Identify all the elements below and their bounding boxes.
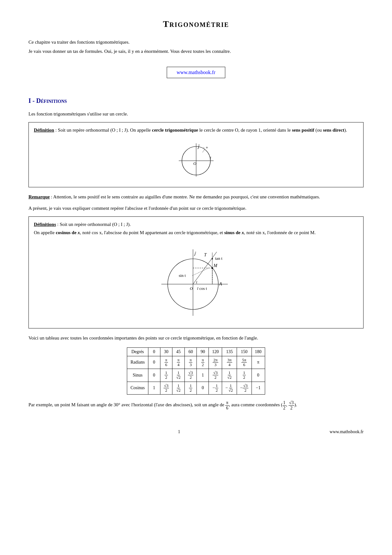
page-title: Trigonométrie	[28, 19, 364, 29]
cell-cos-45: 1√2	[172, 382, 185, 395]
svg-text:sin t: sin t	[179, 273, 186, 278]
definition-box-1: Définition : Soit un repère orthonormal …	[28, 122, 364, 187]
intro-line2: Je vais vous donner un tas de formules. …	[28, 48, 364, 55]
cell-sin-180: 0	[252, 369, 265, 382]
footer-page-number: 1	[28, 429, 330, 434]
example-text3: ).	[294, 402, 297, 408]
cell-cos-180: −1	[252, 382, 265, 395]
table-row-radians: Radians 0 π6 π4 π3 π2 2π3 3π4 5π6 π	[127, 356, 265, 369]
def2-sinus: sinus de	[224, 230, 240, 235]
cell-cos-120: −12	[209, 382, 222, 395]
intro-line1: Ce chapitre va traiter des fonctions tri…	[28, 39, 364, 46]
cell-sin-0: 0	[148, 369, 160, 382]
definition-box-2: Définitions : Soit un repère orthonormal…	[28, 216, 364, 328]
cell-rad-30: π6	[160, 356, 172, 369]
def2-line2-start: On appelle	[34, 230, 56, 235]
def2-end: , noté sin x, l'ordonnée de ce point M.	[244, 230, 315, 235]
remark-label: Remarque	[28, 194, 50, 199]
svg-text:j̄: j̄	[194, 251, 196, 256]
def2-x2: x	[240, 230, 244, 235]
cell-sin-45: 1√2	[172, 369, 185, 382]
section1-intro: Les fonction trigonométriques s'utilise …	[28, 110, 364, 118]
cell-deg-180: 180	[252, 347, 265, 356]
def2-text: : Soit un repère orthonormal (O ; I ; J)…	[56, 222, 131, 227]
trig-table-container: Degrés 0 30 45 60 90 120 135 150 180 Rad…	[28, 347, 364, 395]
svg-text:A: A	[219, 282, 222, 286]
cell-rad-0: 0	[148, 356, 160, 369]
col-sinus: Sinus	[127, 369, 148, 382]
def1-bold: cercle trigonométrique	[152, 128, 198, 133]
def1-bold3: sens direct	[323, 128, 345, 133]
circle-diagram-1: j̄ ī O +	[34, 140, 358, 181]
table-row-cosinus: Cosinus 1 √32 1√2 12 0 −12 −1√2 −√32 −1	[127, 382, 265, 395]
example-text1: Par exemple, un point M faisant un angle…	[28, 402, 225, 408]
cell-sin-120: √32	[209, 369, 222, 382]
cell-cos-150: −√32	[237, 382, 252, 395]
cell-rad-45: π4	[172, 356, 185, 369]
cell-deg-0: 0	[148, 347, 160, 356]
svg-text:T: T	[204, 253, 207, 257]
cell-sin-30: 12	[160, 369, 172, 382]
cell-deg-60: 60	[184, 347, 197, 356]
svg-text:ī: ī	[197, 286, 199, 291]
col-degrees: Degrés	[127, 347, 148, 356]
cell-deg-90: 90	[197, 347, 209, 356]
paragraph2: A présent, je vais vous expliquer commen…	[28, 204, 364, 212]
cell-deg-45: 45	[172, 347, 185, 356]
svg-text:tan t: tan t	[215, 256, 222, 261]
cell-deg-30: 30	[160, 347, 172, 356]
def1-text3: (ou	[314, 128, 323, 133]
example-text: Par exemple, un point M faisant un angle…	[28, 400, 364, 410]
example-pi6: π6	[225, 400, 229, 410]
svg-text:O: O	[190, 286, 193, 291]
page-footer: 1 www.mathsbook.fr	[28, 429, 364, 434]
table-row-sinus: Sinus 0 12 1√2 √32 1 √32 1√2 12 0	[127, 369, 265, 382]
section1-title: I - Définitions	[28, 97, 364, 104]
def2-mid: , noté cos x, l'abscisse du point M appa…	[80, 230, 224, 235]
svg-text:j̄: j̄	[197, 144, 200, 149]
def1-bold2: sens positif	[292, 128, 314, 133]
col-radians: Radians	[127, 356, 148, 369]
table-intro: Voici un tableau avec toutes les coordon…	[28, 334, 364, 342]
footer-website: www.mathsbook.fr	[330, 429, 364, 434]
cell-sin-60: √32	[184, 369, 197, 382]
svg-text:+: +	[206, 145, 208, 150]
website-box[interactable]: www.mathsbook.fr	[167, 67, 225, 78]
cell-cos-30: √32	[160, 382, 172, 395]
example-text2: , aura comme coordonnées (	[229, 402, 283, 408]
remark-body: : Attention, le sens positif est le sens…	[50, 194, 320, 199]
cell-rad-180: π	[252, 356, 265, 369]
svg-text:M: M	[213, 263, 218, 268]
cell-cos-135: −1√2	[222, 382, 237, 395]
cell-rad-60: π3	[184, 356, 197, 369]
svg-text:ī: ī	[210, 156, 211, 161]
cell-cos-60: 12	[184, 382, 197, 395]
def1-text: : Soit un repère orthonormal (O ; I ; J)…	[54, 128, 152, 133]
cell-cos-90: 0	[197, 382, 209, 395]
example-half: 12	[283, 400, 286, 410]
cell-deg-120: 120	[209, 347, 222, 356]
cell-rad-90: π2	[197, 356, 209, 369]
cell-deg-135: 135	[222, 347, 237, 356]
def2-cosinus: cosinus de	[56, 230, 76, 235]
def2-x: x	[77, 230, 80, 235]
svg-text:t: t	[196, 280, 197, 284]
def1-text4: ).	[344, 128, 347, 133]
cell-deg-150: 150	[237, 347, 252, 356]
svg-text:O: O	[193, 161, 196, 166]
def1-label: Définition	[34, 128, 54, 133]
cell-rad-135: 3π4	[222, 356, 237, 369]
col-cosinus: Cosinus	[127, 382, 148, 395]
svg-line-19	[192, 268, 209, 276]
remark-text: Remarque : Attention, le sens positif es…	[28, 193, 364, 201]
trig-table: Degrés 0 30 45 60 90 120 135 150 180 Rad…	[127, 347, 265, 395]
example-sqrt3-2: √32	[289, 400, 295, 410]
example-comma: ,	[286, 402, 289, 408]
cell-sin-90: 1	[197, 369, 209, 382]
table-row-degrees: Degrés 0 30 45 60 90 120 135 150 180	[127, 347, 265, 356]
svg-text:cos t: cos t	[199, 286, 207, 291]
cell-sin-135: 1√2	[222, 369, 237, 382]
circle-diagram-2: M T sin t cos t tan t A O j̄	[34, 243, 358, 322]
cell-sin-150: 12	[237, 369, 252, 382]
cell-cos-0: 1	[148, 382, 160, 395]
